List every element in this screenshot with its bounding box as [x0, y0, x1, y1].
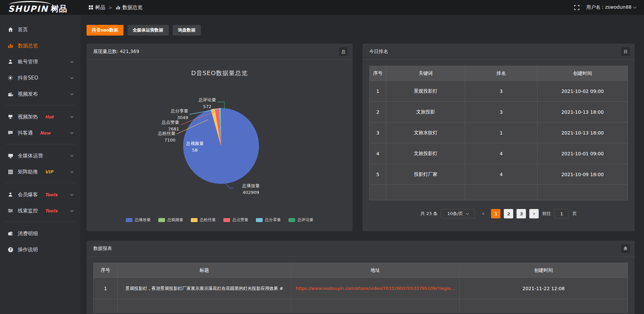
cell-created: 2021-10-02 09:00: [537, 81, 628, 102]
chevron-down-icon: [466, 212, 469, 215]
col-header-keyword: 关键词: [386, 66, 465, 81]
report-panel-title: 数据报表: [93, 246, 112, 252]
sidebar-item-doketong[interactable]: 抖客通 New: [0, 125, 80, 141]
fullscreen-icon[interactable]: [574, 5, 580, 10]
pie-label-comments: 总评论量 572: [187, 97, 227, 110]
pie-label-plays: 总播放量 402909: [231, 182, 270, 196]
pie-chart-area: D音SEO数据量总览 总评论量 572 总分享量: [87, 60, 353, 231]
col-header-index: 序号: [94, 263, 118, 278]
legend-item-plays[interactable]: 总播放量: [126, 217, 151, 223]
cell-rank: 1: [465, 122, 537, 143]
pie-label-name: 总分享量: [149, 108, 188, 114]
table-row[interactable]: 1 景观投影灯 3 2021-10-02 09:00: [370, 81, 628, 102]
home-icon: [7, 27, 13, 33]
goto-page-input[interactable]: [554, 209, 569, 218]
table-toggle-button[interactable]: 表: [621, 244, 630, 253]
sidebar-item-home[interactable]: 首页: [0, 21, 80, 38]
tab-douyin-seo-data[interactable]: 抖音seo数据: [87, 25, 123, 36]
pie-label-value: 572: [187, 103, 227, 110]
sidebar-item-help[interactable]: ? 操作说明: [0, 242, 80, 258]
sidebar-item-label: 消费明细: [18, 230, 38, 237]
tab-media-ops-data[interactable]: 全媒体运营数据: [127, 25, 169, 36]
seo-panel-header: 展现量总数: 421,369: [87, 44, 353, 60]
logo-text-cn: 树品: [51, 3, 67, 14]
cell-video-link[interactable]: https://www.iesdouyin.com/share/video/70…: [291, 278, 460, 299]
sidebar-item-spend-detail[interactable]: 消费明细: [0, 225, 80, 242]
sidebar-divider: [5, 144, 75, 144]
table-row[interactable]: 4 文旅投影灯 4 2021-10-01 09:00: [370, 143, 628, 164]
page-button-2[interactable]: 2: [504, 209, 513, 218]
table-row[interactable]: 5 投影灯厂家 4 2021-10-09 18:00: [370, 164, 628, 185]
pie-label-name: 总视频量: [174, 140, 215, 147]
page-size-select[interactable]: 10条/页: [441, 209, 475, 218]
user-icon: [7, 59, 13, 64]
member-icon: [7, 192, 13, 197]
rank-panel-header: 今日排名: [363, 44, 635, 60]
tab-inquiry-data[interactable]: 询盘数据: [173, 25, 201, 36]
sidebar-divider: [5, 183, 75, 183]
app-grid-icon: [89, 5, 93, 10]
total-toggle-button[interactable]: 总: [339, 47, 348, 56]
page-button-3[interactable]: 3: [517, 209, 526, 218]
sidebar-item-lead-monitor[interactable]: 线索监控 Tools: [0, 203, 80, 219]
sidebar-item-member-burst[interactable]: 会员爆客 Tools: [0, 187, 80, 203]
wallet-icon: [7, 231, 13, 236]
next-page-button[interactable]: ›: [529, 209, 539, 218]
page-size-value: 10条/页: [447, 211, 463, 217]
page-button-1[interactable]: 1: [491, 209, 500, 218]
pagination-total: 共 23 条: [421, 211, 438, 217]
goto-suffix: 页: [572, 211, 577, 217]
table-row[interactable]: 1 景观投影灯，夜游景观投影灯厂家展示展示落花灯在花园里的灯光投影应用效果 # …: [94, 278, 628, 299]
table-row-empty: [370, 185, 628, 200]
sidebar-item-label: 矩阵助推: [18, 169, 38, 175]
main-content: 抖音seo数据 全媒体运营数据 询盘数据 展现量总数: 421,369 总 D音…: [80, 15, 644, 314]
table-row[interactable]: 3 文旅水纹灯 1 2021-10-13 18:00: [370, 122, 628, 143]
gear-icon: [7, 75, 13, 81]
cell-empty: [370, 185, 386, 200]
cell-created: 2021-10-01 09:00: [537, 143, 628, 164]
chevron-down-icon: [70, 193, 74, 196]
sidebar-item-video-heat[interactable]: 视频加热 Hot: [0, 109, 80, 125]
pie-label-videos: 总视频量 58: [174, 140, 215, 153]
data-tabs: 抖音seo数据 全媒体运营数据 询盘数据: [87, 25, 635, 36]
legend-item-likes[interactable]: 总点赞量: [223, 217, 249, 223]
legend-swatch: [126, 218, 132, 222]
chart-legend: 总播放量 总视频量 总粉丝量 总点赞量 总分享量 总评论量: [87, 217, 353, 223]
cell-keyword: 景观投影灯: [386, 81, 465, 102]
sidebar-item-matrix-boost[interactable]: 矩阵助推 VIP: [0, 164, 80, 180]
prev-page-button[interactable]: ‹: [478, 209, 488, 218]
sidebar-item-label: 操作说明: [18, 247, 38, 253]
sidebar-item-media-ops[interactable]: 全媒体运营: [0, 148, 80, 164]
legend-label: 总播放量: [135, 217, 151, 223]
breadcrumb-current[interactable]: 数据总览: [116, 4, 143, 11]
breadcrumb-current-label: 数据总览: [122, 4, 143, 11]
impressions-total-label: 展现量总数: 421,369: [93, 49, 139, 55]
sidebar-item-label: 全媒体运营: [18, 153, 43, 159]
monitor-icon: [7, 153, 13, 159]
sidebar-item-data-overview[interactable]: 数据总览: [0, 38, 80, 54]
report-panel-header: 数据报表: [87, 241, 635, 257]
tools-badge: Tools: [45, 208, 57, 213]
pie-leader-lines: [87, 60, 353, 231]
legend-item-videos[interactable]: 总视频量: [158, 217, 183, 223]
cell-created: 2021-10-13 18:00: [537, 102, 628, 122]
sidebar-item-video-publish[interactable]: 视频发布: [0, 86, 80, 102]
cell-empty: [117, 299, 291, 313]
legend-item-fans[interactable]: 总粉丝量: [191, 217, 216, 223]
top-bar: SHUPIN 树品 树品 > 数据总览 用户名：zswodun88: [0, 0, 644, 15]
cell-index: 3: [370, 122, 386, 143]
col-header-created: 创建时间: [460, 263, 628, 278]
table-row[interactable]: 2 文旅投影 3 2021-10-13 18:00: [370, 102, 628, 122]
sidebar-item-account[interactable]: 账号管理: [0, 54, 80, 70]
report-table-header-row: 序号 标题 地址 创建时间: [94, 263, 628, 278]
legend-item-shares[interactable]: 总分享量: [256, 217, 281, 223]
legend-swatch: [191, 218, 198, 222]
cell-created: 2021-11-22 12:08: [460, 278, 628, 299]
billboard-icon: [7, 114, 13, 119]
sidebar-item-douyin-seo[interactable]: 抖音SEO: [0, 70, 80, 86]
legend-item-comments[interactable]: 总评论量: [288, 217, 314, 223]
cell-empty: [94, 299, 118, 313]
day-toggle-button[interactable]: 日: [621, 47, 630, 56]
breadcrumb-root[interactable]: 树品: [89, 4, 105, 11]
user-menu[interactable]: 用户名：zswodun88: [586, 4, 636, 10]
